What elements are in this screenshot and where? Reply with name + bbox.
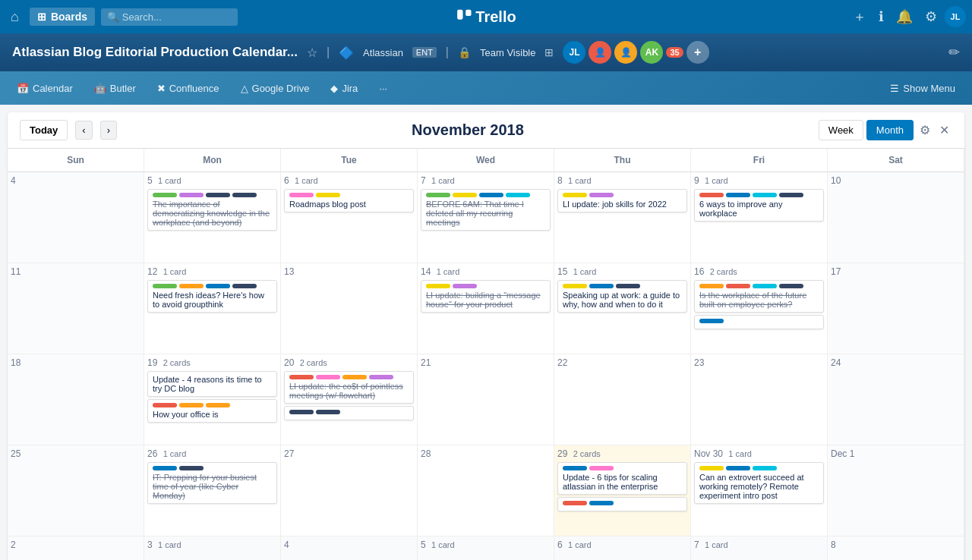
label-chip xyxy=(726,466,750,470)
day-cell[interactable]: 8 xyxy=(828,536,964,560)
day-cell[interactable]: 4 xyxy=(8,172,144,263)
info-icon[interactable]: ℹ xyxy=(874,4,888,30)
day-cell[interactable]: 27 xyxy=(281,445,418,536)
day-cell[interactable]: 12 1 cardNeed fresh ideas? Here's how to… xyxy=(144,263,281,354)
card-item[interactable]: IT: Prepping for your busiest time of ye… xyxy=(147,462,277,504)
notifications-icon[interactable]: 🔔 xyxy=(892,4,917,30)
day-cell[interactable]: 6 1 card xyxy=(554,536,691,560)
card-count: 1 card xyxy=(573,267,597,276)
day-number: 20 2 cards xyxy=(284,357,414,368)
card-item[interactable]: Roadmaps blog post xyxy=(284,189,414,212)
card-item[interactable]: 6 ways to improve any workplace xyxy=(694,189,824,222)
day-cell[interactable]: 7 1 card xyxy=(691,536,828,560)
pencil-icon[interactable]: ✏ xyxy=(948,45,960,60)
card-item[interactable]: Update - 4 reasons its time to try DC bl… xyxy=(147,371,277,397)
card-item[interactable]: LI update: the co$t of pointless meeting… xyxy=(284,371,414,404)
toolbar-show-menu[interactable]: ☰ Show Menu xyxy=(885,80,960,97)
card-count: 1 card xyxy=(163,267,187,276)
member-3[interactable]: 👤 xyxy=(614,41,637,64)
day-cell[interactable]: 6 1 cardRoadmaps blog post xyxy=(281,172,418,263)
day-cell[interactable]: 14 1 cardLI update: building a "message … xyxy=(418,263,554,354)
card-item[interactable]: Is the workplace of the future built on … xyxy=(694,280,824,313)
prev-button[interactable]: ‹ xyxy=(75,121,92,140)
cal-settings-icon[interactable]: ⚙ xyxy=(917,120,933,140)
day-header-sun: Sun xyxy=(8,149,144,172)
toolbar-jira[interactable]: ◆ Jira xyxy=(326,80,362,97)
card-labels xyxy=(153,193,272,197)
star-icon[interactable]: ☆ xyxy=(307,46,317,60)
card-item[interactable]: Update - 6 tips for scaling atlassian in… xyxy=(557,462,687,495)
next-button[interactable]: › xyxy=(100,121,117,140)
card-item[interactable]: The importance of democratizing knowledg… xyxy=(147,189,277,231)
day-cell[interactable]: 11 xyxy=(8,263,144,354)
day-cell[interactable]: 28 xyxy=(418,445,554,536)
day-number: 17 xyxy=(831,266,961,277)
day-cell[interactable]: 4 xyxy=(281,536,418,560)
day-cell[interactable]: 16 2 cardsIs the workplace of the future… xyxy=(691,263,828,354)
toolbar-calendar[interactable]: 📅 Calendar xyxy=(12,80,77,97)
day-cell[interactable]: 5 1 cardThe importance of democratizing … xyxy=(144,172,281,263)
day-number: 28 xyxy=(421,448,551,459)
card-item[interactable]: Need fresh ideas? Here's how to avoid gr… xyxy=(147,280,277,313)
day-number: 7 1 card xyxy=(421,175,551,186)
toolbar-confluence[interactable]: ✖ Confluence xyxy=(153,80,224,97)
member-ak[interactable]: AK xyxy=(640,41,663,64)
toolbar-more[interactable]: ··· xyxy=(374,80,392,97)
week-button[interactable]: Week xyxy=(819,120,863,140)
card-count: 1 card xyxy=(158,176,181,185)
day-cell[interactable]: 2 xyxy=(8,536,144,560)
card-labels xyxy=(563,284,682,288)
card-item[interactable]: LI update: job skills for 2022 xyxy=(557,189,687,212)
card-item[interactable]: LI update: building a "message house" fo… xyxy=(421,280,551,313)
day-cell[interactable]: 3 1 card xyxy=(144,536,281,560)
add-icon[interactable]: ＋ xyxy=(848,3,871,30)
card-item[interactable]: BEFORE 6AM: That time I deleted all my r… xyxy=(421,189,551,231)
boards-button[interactable]: ⊞ Boards xyxy=(30,8,95,26)
month-button[interactable]: Month xyxy=(866,120,914,140)
day-cell[interactable]: 18 xyxy=(8,354,144,445)
day-cell[interactable]: 8 1 cardLI update: job skills for 2022 xyxy=(554,172,691,263)
today-button[interactable]: Today xyxy=(20,120,68,140)
day-cell[interactable]: 5 1 card xyxy=(418,536,554,560)
day-cell[interactable]: 23 xyxy=(691,354,828,445)
search-bar[interactable]: 🔍 Search... xyxy=(101,8,238,26)
day-cell[interactable]: 26 1 cardIT: Prepping for your busiest t… xyxy=(144,445,281,536)
day-cell[interactable]: 9 1 card6 ways to improve any workplace xyxy=(691,172,828,263)
card-count: 1 card xyxy=(431,176,455,185)
toolbar-butler[interactable]: 🤖 Butler xyxy=(90,80,140,97)
day-number: 24 xyxy=(831,357,961,368)
day-cell[interactable]: 17 xyxy=(828,263,964,354)
calendar-container: Today ‹ › November 2018 Week Month ⚙ ✕ S… xyxy=(8,112,964,560)
card-item[interactable]: Can an extrovert succeed at working remo… xyxy=(694,462,824,504)
board-title[interactable]: Atlassian Blog Editorial Production Cale… xyxy=(12,45,298,60)
card-item[interactable]: How your office is xyxy=(147,399,277,423)
cal-close-icon[interactable]: ✕ xyxy=(936,120,952,140)
day-cell[interactable]: 25 xyxy=(8,445,144,536)
day-cell[interactable]: 7 1 cardBEFORE 6AM: That time I deleted … xyxy=(418,172,554,263)
day-cell[interactable]: 22 xyxy=(554,354,691,445)
card-item[interactable] xyxy=(284,406,414,420)
card-count: 1 card xyxy=(728,449,752,458)
card-item[interactable]: Speaking up at work: a guide to why, how… xyxy=(557,280,687,313)
toolbar-googledrive[interactable]: △ Google Drive xyxy=(236,80,314,97)
day-cell[interactable]: 15 1 cardSpeaking up at work: a guide to… xyxy=(554,263,691,354)
user-avatar[interactable]: JL xyxy=(945,6,966,27)
settings-icon[interactable]: ⚙ xyxy=(920,4,942,30)
day-cell[interactable]: 29 2 cardsUpdate - 6 tips for scaling at… xyxy=(554,445,691,536)
member-jl[interactable]: JL xyxy=(563,41,585,64)
home-icon[interactable]: ⌂ xyxy=(6,5,24,30)
day-cell[interactable]: 13 xyxy=(281,263,418,354)
day-cell[interactable]: 21 xyxy=(418,354,554,445)
add-member[interactable]: + xyxy=(686,41,709,64)
day-cell[interactable]: 10 xyxy=(828,172,964,263)
day-number: 5 1 card xyxy=(147,175,277,186)
member-2[interactable]: 👤 xyxy=(589,41,611,64)
day-cell[interactable]: 19 2 cardsUpdate - 4 reasons its time to… xyxy=(144,354,281,445)
card-item[interactable] xyxy=(557,497,687,511)
card-item[interactable] xyxy=(694,315,824,329)
day-cell[interactable]: 20 2 cardsLI update: the co$t of pointle… xyxy=(281,354,418,445)
day-cell[interactable]: 24 xyxy=(828,354,964,445)
day-cell[interactable]: Dec 1 xyxy=(828,445,964,536)
card-text: Can an extrovert succeed at working remo… xyxy=(699,473,819,500)
day-cell[interactable]: Nov 30 1 cardCan an extrovert succeed at… xyxy=(691,445,828,536)
